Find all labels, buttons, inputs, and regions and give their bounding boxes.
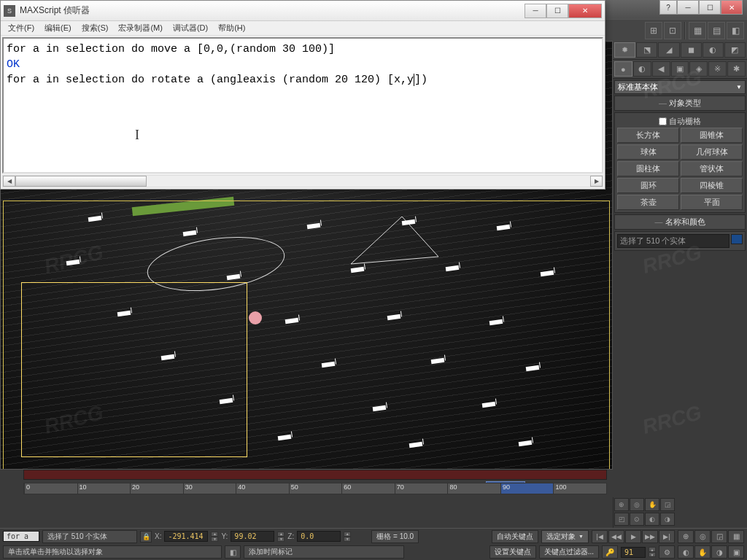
setkey-button[interactable]: 设置关键点 (489, 545, 536, 559)
motion-tab[interactable]: ◼ (681, 42, 702, 58)
y-input[interactable]: 99.02 (231, 531, 274, 542)
box-button[interactable]: 长方体 (617, 128, 679, 143)
torus-button[interactable]: 圆环 (617, 178, 679, 193)
pink-sphere (249, 311, 262, 324)
listener-output[interactable]: for a in selection do move a [0,0,(rando… (2, 37, 603, 174)
help-button[interactable]: ? (659, 0, 677, 15)
object-name-input[interactable]: 选择了 510 个实体 (617, 234, 729, 248)
autokey-button[interactable]: 自动关键点 (492, 530, 538, 543)
plane-button[interactable]: 平面 (681, 195, 743, 210)
listener-titlebar[interactable]: S MAXScript 侦听器 ─ ☐ ✕ (1, 1, 605, 21)
listener-minimize-button[interactable]: ─ (525, 4, 546, 18)
add-time-marker[interactable]: 添加时间标记 (244, 545, 404, 559)
close-button[interactable]: ✕ (721, 0, 743, 15)
minimize-button[interactable]: ─ (677, 0, 699, 15)
toolbar-icon[interactable]: ⊞ (645, 22, 662, 39)
timeline[interactable]: 91 / 100 0 10 20 30 40 50 60 70 80 90 10… (0, 470, 613, 497)
next-key-button[interactable]: ▶| (659, 530, 675, 543)
z-spinner[interactable]: ▲▼ (344, 532, 351, 542)
nav-all-button[interactable]: ▦ (728, 530, 744, 543)
create-tab[interactable]: ✹ (614, 42, 635, 58)
script-icon[interactable]: ◧ (225, 545, 241, 559)
nav-btn[interactable]: ✋ (645, 498, 659, 511)
menu-file[interactable]: 文件(F) (4, 21, 39, 35)
y-spinner[interactable]: ▲▼ (277, 532, 285, 542)
listener-title: MAXScript 侦听器 (20, 4, 525, 17)
object-type-header[interactable]: — 对象类型 (614, 96, 746, 111)
menu-macro[interactable]: 宏录制器(M) (114, 21, 167, 35)
display-tab[interactable]: ◐ (703, 42, 724, 58)
toolbar-icon[interactable]: ▤ (708, 22, 725, 39)
listener-close-button[interactable]: ✕ (568, 4, 602, 18)
keyfilter-button[interactable]: 关键点过滤器... (539, 545, 599, 559)
object-color-swatch[interactable] (731, 234, 743, 244)
nav-max-button[interactable]: ▣ (728, 545, 744, 559)
cameras-tab[interactable]: ▣ (671, 61, 689, 77)
frame-spinner[interactable]: ▲▼ (649, 547, 656, 557)
x-spinner[interactable]: ▲▼ (211, 532, 218, 542)
maximize-button[interactable]: ☐ (699, 0, 721, 15)
menu-help[interactable]: 帮助(H) (214, 21, 249, 35)
scroll-left-button[interactable]: ◀ (3, 176, 15, 187)
lights-tab[interactable]: ◀ (652, 61, 670, 77)
track-bar[interactable] (23, 470, 607, 480)
nav-btn[interactable]: ◲ (660, 498, 675, 511)
geometry-tab[interactable]: ● (614, 61, 632, 77)
sphere-button[interactable]: 球体 (617, 144, 679, 160)
nav-btn[interactable]: ◎ (630, 498, 644, 511)
spacewarps-tab[interactable]: ※ (708, 61, 727, 77)
listener-h-scrollbar[interactable]: ◀ ▶ (2, 175, 603, 187)
prev-key-button[interactable]: |◀ (592, 530, 608, 543)
nav-btn[interactable]: ◰ (614, 513, 629, 526)
key-icon[interactable]: 🔑 (602, 545, 618, 559)
x-label: X: (155, 532, 161, 540)
category-dropdown[interactable]: 标准基本体 (614, 80, 746, 94)
name-color-header[interactable]: — 名称和颜色 (614, 214, 746, 230)
nav-btn[interactable]: ⊙ (630, 513, 644, 526)
auto-grid-checkbox[interactable]: 自动栅格 (617, 115, 743, 128)
shapes-tab[interactable]: ◐ (633, 61, 651, 77)
modify-tab[interactable]: ⬔ (636, 42, 657, 58)
hierarchy-tab[interactable]: ◢ (658, 42, 679, 58)
tube-button[interactable]: 管状体 (681, 161, 743, 176)
toolbar-icon[interactable]: ▦ (689, 22, 706, 39)
toolbar-icon[interactable]: ◧ (727, 22, 744, 39)
nav-zoom-button[interactable]: ◎ (694, 530, 711, 543)
scroll-track[interactable] (15, 176, 590, 187)
keymode-dropdown[interactable]: 选定对象▼ (541, 530, 589, 543)
nav-roll-button[interactable]: ◑ (711, 545, 727, 559)
grid-status: 栅格 = 10.0 (371, 530, 419, 543)
scroll-right-button[interactable]: ▶ (590, 176, 603, 187)
next-frame-button[interactable]: ▶▶ (642, 530, 658, 543)
menu-search[interactable]: 搜索(S) (77, 21, 113, 35)
play-button[interactable]: ▶ (625, 530, 641, 543)
nav-fov-button[interactable]: ◲ (711, 530, 727, 543)
cone-button[interactable]: 圆锥体 (681, 128, 743, 143)
toolbar-icon[interactable]: ⊡ (664, 22, 681, 39)
helpers-tab[interactable]: ◈ (689, 61, 708, 77)
nav-dolly-button[interactable]: ✋ (694, 545, 711, 559)
pyramid-button[interactable]: 四棱锥 (681, 178, 743, 193)
nav-btn[interactable]: ⊕ (614, 498, 629, 511)
current-frame-input[interactable]: 91 (621, 547, 646, 558)
menu-edit[interactable]: 编辑(E) (40, 21, 76, 35)
utilities-tab[interactable]: ◩ (724, 42, 746, 58)
x-input[interactable]: -291.414 (164, 531, 208, 542)
teapot-button[interactable]: 茶壶 (617, 195, 679, 210)
listener-maximize-button[interactable]: ☐ (546, 4, 568, 18)
nav-btn[interactable]: ◐ (645, 513, 659, 526)
nav-pan-button[interactable]: ⊕ (678, 530, 694, 543)
systems-tab[interactable]: ✱ (727, 61, 746, 77)
prev-frame-button[interactable]: ◀◀ (608, 530, 624, 543)
cylinder-button[interactable]: 圆柱体 (617, 161, 679, 176)
menu-debug[interactable]: 调试器(D) (169, 21, 212, 35)
geosphere-button[interactable]: 几何球体 (681, 144, 743, 160)
mini-listener[interactable]: for a (3, 531, 39, 542)
lock-icon[interactable]: 🔒 (140, 531, 152, 542)
nav-btn[interactable]: ◑ (660, 513, 675, 526)
timeline-ruler[interactable]: 0 10 20 30 40 50 60 70 80 90 100 (23, 483, 607, 494)
scroll-thumb[interactable] (15, 176, 147, 187)
time-config-button[interactable]: ⚙ (659, 545, 675, 559)
z-input[interactable]: 0.0 (297, 531, 341, 542)
nav-orbit-button[interactable]: ◐ (678, 545, 694, 559)
